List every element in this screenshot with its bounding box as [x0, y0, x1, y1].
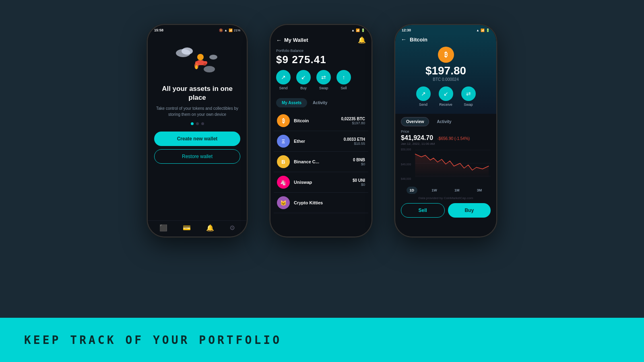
nav-wallet-icon[interactable]: ⬛ [159, 224, 167, 232]
buy-bitcoin-button[interactable]: Buy [448, 203, 491, 218]
bitcoin-receive-label: Receive [439, 103, 452, 107]
asset-list: ₿ Bitcoin 0,02235 BTC $197.80 Ξ Ether [270, 111, 372, 237]
bitcoin-top-section: ← Bitcoin ₿ $197.80 BTC 0.000024 ↗ Send [395, 34, 496, 114]
banner-text: KEEP TRACK OF YOUR PORTFOLIO [24, 333, 282, 347]
bottom-banner: KEEP TRACK OF YOUR PORTFOLIO [0, 318, 644, 362]
asset-bitcoin[interactable]: ₿ Bitcoin 0,02235 BTC $197.80 [274, 111, 368, 131]
sell-bitcoin-button[interactable]: Sell [401, 203, 445, 218]
svg-point-10 [209, 55, 217, 60]
buy-button[interactable]: ↙ [296, 70, 311, 84]
tab-overview[interactable]: Overview [401, 117, 429, 126]
svg-marker-14 [415, 154, 488, 178]
chart-svg [401, 148, 491, 180]
ether-name: Ether [294, 139, 340, 144]
ether-icon: Ξ [277, 135, 290, 148]
portfolio-section: Portfolio Balance $9 275.41 ↗ Send ↙ Buy [270, 47, 372, 98]
portfolio-label: Portfolio Balance [276, 49, 366, 53]
buy-action: ↙ Buy [296, 70, 311, 90]
phone-bitcoin: 12:30 ▲ 📶 🔋 ← Bitcoin [394, 24, 497, 237]
bnb-name: Binance C... [294, 159, 349, 164]
price-change: -$656.90 (-1.54%) [438, 136, 470, 141]
uniswap-icon: 🦄 [277, 176, 290, 189]
bitcoin-swap-label: Swap [464, 103, 473, 107]
price-chart: $50,000 $49,000 $48,000 [395, 148, 496, 184]
asset-ether[interactable]: Ξ Ether 0.0033 ETH $10.55 [274, 131, 368, 152]
phones-container: 15:58 🔕 ▲ 📶 21% [147, 24, 497, 237]
bitcoin-back-icon[interactable]: ← [401, 36, 407, 43]
overview-tabs: Overview Activity [395, 114, 496, 128]
bitcoin-swap-button[interactable]: ⇄ [461, 86, 476, 101]
notification-bell-icon[interactable]: 🔔 [358, 36, 366, 44]
bitcoin-icon: ₿ [277, 114, 290, 127]
filter-1w[interactable]: 1W [428, 187, 440, 194]
phone2-status-icons: ▲ 📶 🔋 [351, 29, 365, 32]
bitcoin-name: Bitcoin [294, 118, 337, 123]
sell-button[interactable]: ↑ [336, 70, 351, 84]
buy-label: Buy [300, 86, 307, 90]
tab-activity[interactable]: Activity [307, 98, 333, 107]
price-section: Price $41,924.70 -$656.90 (-1.54%) Jan 1… [395, 128, 496, 148]
price-label: Price [401, 130, 491, 134]
bitcoin-coin-icon: ₿ [438, 47, 454, 63]
filter-1m[interactable]: 1M [451, 187, 463, 194]
asset-bnb[interactable]: B Binance C... 0 BNB $0 [274, 152, 368, 172]
phone-onboarding: 15:58 🔕 ▲ 📶 21% [147, 24, 248, 237]
swap-button[interactable]: ⇄ [316, 70, 331, 84]
phone1-bottom-nav: ⬛ 💳 🔔 ⚙ [148, 220, 247, 237]
bitcoin-receive-button[interactable]: ↙ [439, 86, 453, 101]
swap-label: Swap [319, 86, 328, 90]
filter-3m[interactable]: 3M [474, 187, 485, 194]
time-filters: 1D 1W 1M 3M [395, 184, 496, 196]
bitcoin-send-label: Send [419, 103, 427, 107]
wallet-action-buttons: ↗ Send ↙ Buy ⇄ Swap ↑ Se [276, 70, 366, 90]
phone-wallet: ▲ 📶 🔋 ← My Wallet 🔔 Portfolio Balance [270, 24, 372, 237]
tab-my-assets[interactable]: My Assets [276, 98, 307, 107]
phone1-screen: 15:58 🔕 ▲ 📶 21% [148, 25, 247, 237]
nav-bell-icon[interactable]: 🔔 [206, 224, 214, 232]
illustration-svg [173, 41, 221, 81]
svg-point-6 [197, 54, 204, 60]
phone3-time: 12:30 [402, 28, 411, 32]
bnb-icon: B [277, 155, 290, 168]
bitcoin-title: Bitcoin [410, 37, 427, 43]
restore-wallet-button[interactable]: Restore wallet [154, 149, 240, 164]
dot-3 [201, 122, 204, 125]
chart-label-50k: $50,000 [401, 148, 411, 151]
svg-rect-7 [197, 60, 204, 65]
send-action: ↗ Send [276, 70, 291, 90]
phone1-content: All your assets in one place Take contro… [148, 34, 247, 220]
price-row: $41,924.70 -$656.90 (-1.54%) [401, 134, 491, 142]
nav-card-icon[interactable]: 💳 [183, 224, 191, 232]
cryptokitties-icon: 🐱 [277, 196, 290, 209]
dot-2 [196, 122, 199, 125]
asset-cryptokitties[interactable]: 🐱 Crypto Kitties [274, 193, 368, 213]
phone2-header: ← My Wallet 🔔 [270, 34, 372, 47]
bitcoin-amount: 0,02235 BTC $197.80 [341, 117, 365, 125]
app-container: KEEP TRACK OF YOUR PORTFOLIO 15:58 🔕 ▲ 📶… [0, 0, 644, 362]
asset-tabs: My Assets Activity [270, 98, 372, 107]
sell-action: ↑ Sell [336, 70, 351, 90]
phone3-status-icons: ▲ 📶 🔋 [476, 29, 490, 32]
send-label: Send [279, 86, 287, 90]
asset-uniswap[interactable]: 🦄 Uniswap $0 UNI $0 [274, 172, 368, 193]
phone3-status-bar: 12:30 ▲ 📶 🔋 [395, 25, 496, 34]
bitcoin-btc-amount: BTC 0.000024 [401, 77, 491, 82]
bitcoin-send-button[interactable]: ↗ [416, 86, 431, 101]
nav-settings-icon[interactable]: ⚙ [229, 224, 235, 232]
portfolio-amount: $9 275.41 [276, 53, 366, 66]
uniswap-amount: $0 UNI $0 [353, 178, 365, 187]
phone1-subtitle: Take control of your tokens and collecti… [154, 105, 240, 117]
svg-point-1 [182, 47, 193, 55]
bnb-amount: 0 BNB $0 [353, 158, 365, 166]
back-arrow-icon[interactable]: ← [276, 37, 282, 43]
cryptokitties-name: Crypto Kitties [294, 200, 361, 205]
tab-activity-bitcoin[interactable]: Activity [431, 117, 456, 126]
bitcoin-price-section: ₿ $197.80 BTC 0.000024 [401, 47, 491, 82]
bitcoin-swap-action: ⇄ Swap [461, 86, 476, 107]
svg-point-9 [195, 65, 198, 69]
phone1-illustration [173, 41, 221, 81]
bitcoin-send-action: ↗ Send [416, 86, 431, 107]
filter-1d[interactable]: 1D [407, 187, 418, 194]
send-button[interactable]: ↗ [276, 70, 291, 84]
create-wallet-button[interactable]: Create new wallet [154, 132, 240, 146]
